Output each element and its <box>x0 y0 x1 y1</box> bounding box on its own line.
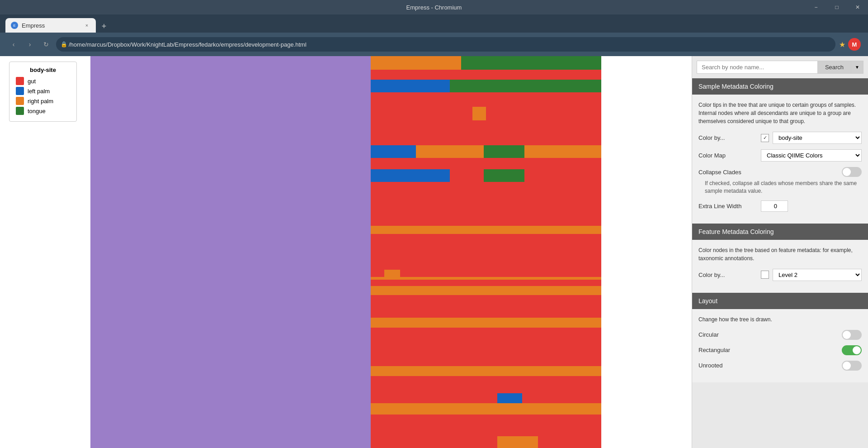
svg-rect-27 <box>371 318 601 328</box>
sample-metadata-body: Color tips in the tree that are unique t… <box>692 95 868 224</box>
bookmark-button[interactable]: ★ <box>839 40 845 49</box>
svg-rect-15 <box>416 145 450 158</box>
feature-color-by-label: Color by... <box>698 272 757 278</box>
search-dropdown-button[interactable]: ▼ <box>851 61 863 74</box>
canvas-area: body-site gut left palm right palm tongu… <box>0 56 692 448</box>
svg-rect-16 <box>484 145 524 158</box>
svg-rect-36 <box>384 270 400 277</box>
feature-color-by-check-wrap <box>761 271 769 279</box>
search-input[interactable] <box>697 61 817 74</box>
color-map-row: Color Map Classic QIIME Colors <box>698 149 862 162</box>
rectangular-row: Rectangular <box>698 345 862 355</box>
layout-header: Layout <box>692 293 868 309</box>
svg-rect-22 <box>371 226 601 234</box>
layout-body: Change how the tree is drawn. Circular R… <box>692 309 868 382</box>
forward-button[interactable]: › <box>24 38 36 51</box>
layout-desc: Change how the tree is drawn. <box>698 315 862 324</box>
address-bar: ‹ › ↻ 🔒 /home/marcus/Dropbox/Work/Knight… <box>0 33 868 56</box>
feature-color-by-checkbox[interactable] <box>761 271 769 279</box>
svg-rect-4 <box>371 70 601 80</box>
tree-visualization[interactable] <box>0 56 692 448</box>
extra-line-width-label: Extra Line Width <box>698 203 757 210</box>
tab-label: Empress <box>22 22 45 29</box>
url-text: /home/marcus/Dropbox/Work/KnightLab/Empr… <box>69 41 307 48</box>
color-map-select[interactable]: Classic QIIME Colors <box>761 149 862 162</box>
toolbar-right: ★ M <box>839 38 861 51</box>
svg-rect-25 <box>371 286 601 295</box>
color-by-label: Color by... <box>698 134 757 141</box>
svg-rect-24 <box>371 250 601 286</box>
active-tab[interactable]: E Empress × <box>5 18 96 33</box>
svg-rect-35 <box>371 277 601 280</box>
svg-rect-23 <box>371 234 601 250</box>
unrooted-toggle[interactable] <box>842 361 862 371</box>
legend-color-tongue <box>16 107 24 115</box>
legend-item-gut: gut <box>16 77 70 85</box>
main-area: body-site gut left palm right palm tongu… <box>0 56 868 448</box>
svg-rect-11 <box>371 120 601 145</box>
svg-rect-17 <box>371 158 601 169</box>
collapse-clades-label: Collapse Clades <box>698 169 842 176</box>
search-button[interactable]: Search <box>817 61 851 74</box>
new-tab-button[interactable]: + <box>98 20 110 33</box>
back-button[interactable]: ‹ <box>7 38 20 51</box>
legend-item-tongue: tongue <box>16 107 70 115</box>
sample-metadata-title: Sample Metadata Coloring <box>698 83 774 90</box>
lock-icon: 🔒 <box>61 41 67 48</box>
svg-rect-3 <box>461 56 601 70</box>
legend-color-gut <box>16 77 24 85</box>
feature-color-by-row: Color by... Level 2 <box>698 269 862 281</box>
svg-rect-26 <box>371 295 601 318</box>
svg-rect-8 <box>371 92 601 107</box>
layout-title: Layout <box>698 297 717 305</box>
legend-color-right-palm <box>16 97 24 105</box>
circular-row: Circular <box>698 330 862 340</box>
minimize-button[interactable]: − <box>806 0 826 14</box>
avatar-letter: M <box>852 41 857 48</box>
circular-toggle[interactable] <box>842 330 862 340</box>
svg-rect-20 <box>484 169 524 182</box>
color-by-checkbox[interactable]: ✓ <box>761 134 769 142</box>
legend-color-left-palm <box>16 87 24 95</box>
legend-item-right-palm: right palm <box>16 97 70 105</box>
legend-label-right-palm: right palm <box>28 98 53 105</box>
svg-rect-34 <box>497 436 538 448</box>
color-by-select[interactable]: body-site <box>773 132 862 144</box>
legend-label-gut: gut <box>28 78 36 85</box>
feature-metadata-desc: Color nodes in the tree based on feature… <box>698 246 862 262</box>
feature-color-by-select[interactable]: Level 2 <box>773 269 862 281</box>
close-button[interactable]: ✕ <box>847 0 868 14</box>
maximize-button[interactable]: □ <box>826 0 847 14</box>
color-map-label: Color Map <box>698 152 757 159</box>
svg-rect-6 <box>371 80 450 92</box>
tab-close-button[interactable]: × <box>83 22 90 29</box>
feature-metadata-title: Feature Metadata Coloring <box>698 228 774 235</box>
collapse-clades-toggle[interactable] <box>842 167 862 177</box>
avatar: M <box>848 38 861 51</box>
window-controls: − □ ✕ <box>806 0 868 14</box>
unrooted-label: Unrooted <box>698 362 842 369</box>
color-by-row: Color by... ✓ body-site <box>698 132 862 144</box>
extra-line-width-row: Extra Line Width <box>698 200 862 212</box>
address-input[interactable]: /home/marcus/Dropbox/Work/KnightLab/Empr… <box>56 37 835 52</box>
sample-metadata-desc: Color tips in the tree that are unique t… <box>698 101 862 125</box>
extra-line-width-input[interactable] <box>761 200 788 212</box>
legend-item-left-palm: left palm <box>16 87 70 95</box>
svg-rect-30 <box>371 376 601 403</box>
svg-rect-10 <box>472 107 486 120</box>
right-panel: Search ▼ Sample Metadata Coloring Color … <box>692 56 868 448</box>
svg-rect-7 <box>450 80 601 92</box>
sample-metadata-header: Sample Metadata Coloring <box>692 78 868 95</box>
titlebar: Empress - Chromium − □ ✕ <box>0 0 868 14</box>
color-by-check-wrap: ✓ <box>761 134 769 142</box>
tab-favicon: E <box>11 22 18 29</box>
tab-favicon-letter: E <box>13 24 15 28</box>
svg-rect-32 <box>371 403 601 415</box>
feature-metadata-header: Feature Metadata Coloring <box>692 224 868 240</box>
collapse-clades-row: Collapse Clades <box>698 167 862 177</box>
rectangular-toggle[interactable] <box>842 345 862 355</box>
search-bar: Search ▼ <box>692 56 868 78</box>
svg-rect-29 <box>371 366 601 376</box>
svg-rect-19 <box>371 169 450 182</box>
refresh-button[interactable]: ↻ <box>40 38 52 51</box>
